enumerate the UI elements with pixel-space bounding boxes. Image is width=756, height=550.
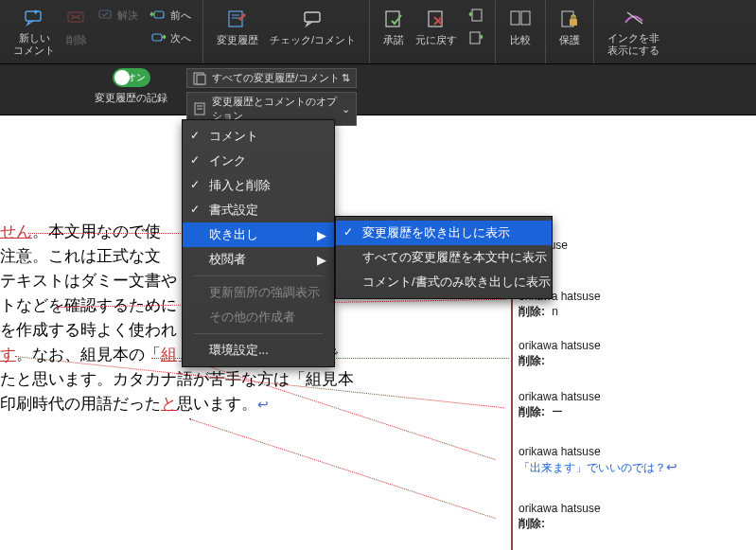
new-comment-button[interactable]: ✦ 新しいコメント <box>8 4 61 61</box>
menu-label: 更新箇所の強調表示 <box>209 285 320 299</box>
track-changes-button[interactable]: 変更履歴 <box>211 4 264 61</box>
check-icon: ✓ <box>190 178 200 191</box>
menu-separator <box>194 333 323 334</box>
display-for-selector[interactable]: すべての変更履歴/コメント ⇅ <box>186 68 357 88</box>
menu-item-reviewers[interactable]: 校閲者▶ <box>183 247 334 272</box>
resolve-icon <box>98 9 114 22</box>
group-ink: インクを非表示にする <box>594 0 673 63</box>
group-changes: 承諾 元に戻す <box>370 0 496 63</box>
balloons-submenu: ✓変更履歴を吹き出しに表示 すべての変更履歴を本文中に表示 コメント/書式のみ吹… <box>335 216 553 299</box>
svg-rect-16 <box>472 9 482 21</box>
svg-rect-21 <box>570 19 577 26</box>
menu-item-prefs[interactable]: 環境設定... <box>183 338 334 363</box>
ink-off-icon <box>624 8 644 28</box>
next-change-icon <box>468 31 483 44</box>
track-value: n <box>552 305 558 318</box>
track-entry[interactable]: orikawa hatsuse削除: <box>519 339 601 369</box>
doc-text: 思います。 <box>177 395 257 413</box>
group-protect: 保護 <box>546 0 594 63</box>
comment-text: 「出来ます」でいいのでは？ <box>519 461 666 474</box>
check-comment-button[interactable]: チェック/コメント <box>264 4 361 61</box>
record-toggle[interactable]: オン <box>113 68 150 87</box>
new-comment-label: 新しいコメント <box>13 32 55 57</box>
svg-rect-19 <box>521 11 530 25</box>
compare-button[interactable]: 比較 <box>503 4 537 61</box>
next-comment-icon <box>149 32 167 44</box>
prev-comment-button[interactable]: 前へ <box>146 4 195 27</box>
delete-comment-label: 削除 <box>66 34 87 46</box>
menu-label: インク <box>209 153 246 168</box>
next-change-button[interactable] <box>465 27 487 49</box>
svg-rect-2 <box>68 12 83 22</box>
track-entry[interactable]: orikawa hatsuse削除: ー <box>519 390 601 420</box>
check-icon: ✓ <box>190 203 200 216</box>
reject-label: 元に戻す <box>415 34 457 46</box>
accept-icon <box>384 8 403 30</box>
prev-comment-label: 前へ <box>170 9 191 23</box>
submenu-item-balloon-show[interactable]: ✓変更履歴を吹き出しに表示 <box>336 221 552 245</box>
menu-label: 校閲者 <box>209 252 246 266</box>
doc-text: 。なお、組見本の「 <box>16 346 161 364</box>
menu-item-format[interactable]: ✓書式設定 <box>183 198 334 222</box>
doc-text: ん <box>16 222 32 240</box>
display-for-value: すべての変更履歴/コメント <box>212 71 340 85</box>
resolve-button: 解決 <box>95 4 142 27</box>
accept-label: 承諾 <box>383 34 404 46</box>
track-label: 削除: <box>519 405 545 418</box>
prev-comment-icon <box>149 9 167 21</box>
check-icon: ✓ <box>190 153 200 167</box>
ribbon: ✦ 新しいコメント 削除 解決 前へ 次へ <box>0 0 756 64</box>
menu-label: コメント/書式のみ吹き出しに表示 <box>362 275 551 289</box>
prev-change-icon <box>468 9 483 22</box>
svg-line-4 <box>71 15 80 19</box>
markup-options-menu: ✓コメント ✓インク ✓挿入と削除 ✓書式設定 吹き出し▶ 校閲者▶ 更新箇所の… <box>182 119 335 367</box>
menu-label: コメント <box>209 129 258 143</box>
hide-ink-button[interactable]: インクを非表示にする <box>602 4 665 61</box>
accept-button[interactable]: 承諾 <box>378 4 410 61</box>
doc-pages-icon <box>193 72 206 85</box>
svg-rect-11 <box>305 12 320 22</box>
doc-text: 注意。これは正式な文 <box>0 247 161 265</box>
doc-text: せ <box>0 222 16 240</box>
compare-label: 比較 <box>510 34 531 46</box>
resolve-label: 解決 <box>117 9 138 23</box>
toggle-on-text: オン <box>127 71 146 84</box>
delete-comment-icon <box>66 8 87 30</box>
protect-label: 保護 <box>559 34 580 46</box>
paragraph-mark-icon: ↩ <box>666 459 677 474</box>
menu-item-balloons[interactable]: 吹き出し▶ <box>183 222 334 247</box>
compare-icon <box>509 8 532 30</box>
doc-text: を作成する時よく使われ <box>0 321 177 339</box>
svg-rect-5 <box>99 10 111 18</box>
track-label: 削除: <box>519 305 545 318</box>
protect-button[interactable]: 保護 <box>554 4 586 61</box>
track-comment-entry[interactable]: orikawa hatsuse「出来ます」でいいのでは？↩ <box>519 445 677 476</box>
track-label: 変更履歴 <box>217 34 258 46</box>
record-toggle-group: オン 変更履歴の記録 <box>95 68 167 105</box>
prev-change-button[interactable] <box>465 4 487 27</box>
track-entry[interactable]: orikawa hatsuse削除: <box>519 502 601 532</box>
svg-rect-24 <box>197 75 205 84</box>
chevron-updown-icon: ⇅ <box>342 72 350 84</box>
menu-item-comments[interactable]: ✓コメント <box>183 124 334 149</box>
track-author: orikawa hatsuse <box>519 339 601 352</box>
menu-label: その他の作成者 <box>209 310 295 324</box>
doc-text: テキストはダミー文書や <box>0 272 177 290</box>
svg-text:✦: ✦ <box>32 9 40 17</box>
submenu-item-comment-only[interactable]: コメント/書式のみ吹き出しに表示 <box>336 270 552 294</box>
doc-text: と <box>161 395 177 413</box>
chevron-down-icon: ⌄ <box>342 103 350 115</box>
submenu-item-inline-show[interactable]: すべての変更履歴を本文中に表示 <box>336 245 552 270</box>
paragraph-mark-icon: ↩ <box>257 397 269 412</box>
record-toggle-label: 変更履歴の記録 <box>95 91 167 105</box>
menu-item-other-authors: その他の作成者 <box>183 305 334 329</box>
svg-rect-18 <box>511 11 519 25</box>
tracking-options-bar: オン 変更履歴の記録 すべての変更履歴/コメント ⇅ 変更履歴とコメントのオプシ… <box>0 64 756 115</box>
menu-item-insdel[interactable]: ✓挿入と削除 <box>183 173 334 198</box>
next-comment-button[interactable]: 次へ <box>146 27 195 49</box>
svg-rect-17 <box>470 32 480 44</box>
menu-item-ink[interactable]: ✓インク <box>183 149 334 173</box>
doc-icon <box>193 102 206 115</box>
leader-line <box>189 418 496 519</box>
reject-button[interactable]: 元に戻す <box>410 4 463 61</box>
